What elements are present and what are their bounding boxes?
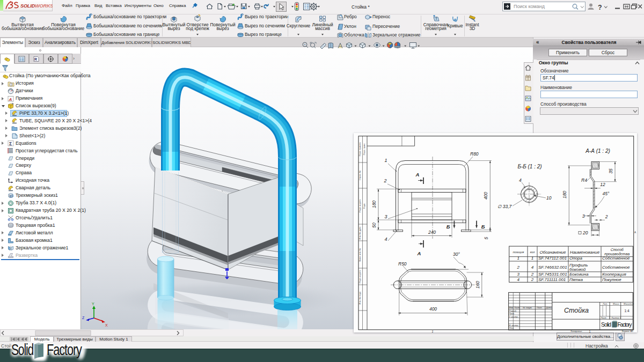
svg-text:Перв. прим.: Перв. прим.: [363, 143, 365, 155]
svg-text:Формат А3: Формат А3: [621, 330, 633, 333]
svg-text:R: R: [34, 57, 37, 61]
svg-text:позиция: позиция: [513, 250, 524, 254]
svg-text:160: 160: [475, 281, 480, 289]
svg-text:2: 2: [383, 178, 386, 183]
svg-text:12: 12: [600, 182, 605, 187]
svg-text:1: 1: [531, 256, 533, 261]
svg-text:R50: R50: [398, 261, 407, 267]
svg-text:10: 10: [546, 195, 552, 201]
svg-text:1: 1: [517, 256, 519, 261]
svg-text:Обозначение: Обозначение: [539, 250, 566, 255]
svg-text:400: 400: [429, 306, 437, 312]
svg-text:35: 35: [608, 168, 613, 174]
svg-text:Взам. инв. №: Взам. инв. №: [358, 248, 361, 262]
svg-text:R80: R80: [470, 151, 479, 157]
svg-text:Пятка: Пятка: [569, 277, 583, 282]
svg-text:Боковина: Боковина: [569, 272, 589, 277]
svg-text:2: 2: [605, 214, 608, 219]
svg-text:A: A: [9, 97, 12, 101]
svg-text:Пров.: Пров.: [509, 312, 515, 315]
svg-text:Копировал: Копировал: [571, 330, 583, 333]
svg-text:3: 3: [517, 272, 520, 277]
svg-text:кол: кол: [530, 250, 535, 254]
svg-text:X: X: [105, 323, 108, 327]
svg-text:Т. контр.: Т. контр.: [509, 315, 518, 318]
svg-text:Б: Б: [447, 224, 450, 230]
svg-text:∅ 33,7: ∅ 33,7: [497, 204, 512, 209]
svg-text:Лист: Лист: [514, 306, 520, 309]
svg-text:Утв.: Утв.: [509, 327, 514, 329]
svg-text:А-А (1 : 2): А-А (1 : 2): [585, 148, 610, 154]
svg-text:SF.711111.001: SF.711111.001: [538, 277, 566, 282]
svg-text:Наименование: Наименование: [570, 250, 600, 255]
svg-text:1: 1: [384, 158, 387, 163]
svg-text:Опора: Опора: [569, 256, 583, 261]
svg-text:А: А: [634, 231, 636, 234]
svg-text:SF.747112.001: SF.747112.001: [538, 256, 567, 261]
svg-text:45°: 45°: [603, 191, 610, 196]
svg-text:Y: Y: [92, 302, 94, 306]
svg-text:180: 180: [562, 191, 567, 198]
svg-text:Способ: Способ: [611, 248, 624, 252]
svg-text:боковой: боковой: [569, 267, 586, 272]
svg-text:Factory: Factory: [618, 321, 633, 328]
svg-text:А: А: [415, 172, 420, 178]
svg-text:Покупное: Покупное: [602, 277, 621, 282]
svg-text:4: 4: [384, 237, 387, 242]
svg-text:Собственное: Собственное: [602, 256, 630, 261]
svg-text:R4: R4: [581, 178, 587, 183]
svg-text:3: 3: [582, 213, 585, 219]
svg-text:4: 4: [531, 265, 534, 270]
svg-text:3: 3: [384, 214, 387, 219]
svg-text:Σ: Σ: [9, 141, 12, 146]
svg-text:Solid: Solid: [601, 321, 611, 328]
svg-text:2: 2: [432, 330, 434, 333]
svg-text:2: 2: [531, 277, 534, 282]
svg-text:1:4: 1:4: [624, 309, 629, 313]
svg-text:Собственное: Собственное: [602, 265, 630, 270]
svg-text:Справ. №: Справ. №: [358, 171, 361, 180]
svg-text:?: ?: [598, 4, 602, 11]
svg-text:Подп. и дата: Подп. и дата: [358, 270, 361, 283]
svg-text:Листов 1: Листов 1: [611, 316, 621, 319]
svg-text:Z: Z: [82, 316, 85, 320]
svg-text:SF.745331.001: SF.745331.001: [538, 272, 567, 277]
svg-text:SF.746632.001: SF.746632.001: [538, 265, 567, 270]
svg-text:5: 5: [484, 237, 489, 239]
svg-text:Изм.: Изм.: [509, 306, 514, 309]
svg-text:Перв. примен.: Перв. примен.: [358, 142, 361, 157]
svg-text:Дата: Дата: [546, 306, 552, 309]
svg-text:50: 50: [371, 223, 377, 228]
svg-text:Подп. и дата: Подп. и дата: [358, 199, 361, 212]
svg-text:Подп.: Подп.: [537, 306, 543, 309]
svg-text:Б-Б (1 : 2): Б-Б (1 : 2): [517, 164, 541, 169]
svg-text:1: 1: [589, 330, 591, 333]
svg-text:SOLIDWORKS: SOLIDWORKS: [20, 3, 53, 9]
svg-text:180: 180: [371, 201, 377, 208]
svg-text:Factory: Factory: [47, 341, 82, 358]
svg-text:240: 240: [428, 230, 436, 235]
svg-text:Масштаб: Масштаб: [624, 302, 634, 305]
svg-text:Инв. № подл.: Инв. № подл.: [358, 291, 361, 305]
svg-text:Стойка: Стойка: [564, 307, 589, 314]
svg-text:3D: 3D: [9, 194, 14, 198]
svg-text:А: А: [417, 250, 421, 256]
svg-text:Кооперация: Кооперация: [602, 272, 626, 277]
svg-text:№ докум.: № докум.: [523, 306, 532, 309]
svg-text:2: 2: [531, 272, 534, 277]
svg-text:Лит.: Лит.: [602, 302, 608, 305]
svg-text:Масса: Масса: [613, 302, 620, 305]
svg-text:Solid: Solid: [11, 341, 34, 358]
svg-text:4: 4: [517, 277, 520, 282]
svg-text:Лист: Лист: [601, 316, 607, 319]
svg-text:Разраб.: Разраб.: [509, 309, 517, 312]
svg-text:Н. контр.: Н. контр.: [509, 324, 519, 327]
svg-text:400: 400: [483, 192, 488, 200]
svg-text:20: 20: [582, 230, 588, 235]
svg-text:4: 4: [519, 178, 522, 183]
svg-text:Подп.: Подп.: [363, 203, 365, 209]
svg-text:2: 2: [517, 265, 520, 270]
svg-text:Б: Б: [481, 224, 485, 230]
svg-text:Инв. № дубл.: Инв. № дубл.: [358, 226, 361, 240]
svg-text:30°: 30°: [453, 252, 460, 257]
